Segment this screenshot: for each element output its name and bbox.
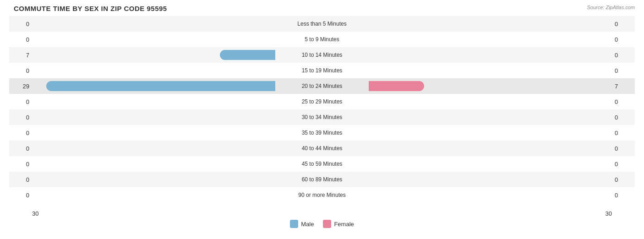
left-value: 0 (9, 130, 32, 136)
bar-left-wrapper (32, 143, 276, 153)
legend-female-label: Female (334, 221, 354, 228)
left-value: 0 (9, 161, 32, 168)
bar-left-wrapper (32, 174, 276, 185)
row-label: Less than 5 Minutes (276, 21, 368, 27)
bar-right-wrapper (368, 190, 612, 200)
legend: Male Female (9, 220, 635, 228)
bar-left-wrapper (32, 97, 276, 107)
right-value: 0 (612, 21, 635, 27)
left-value: 0 (9, 176, 32, 183)
bars-section: 20 to 24 Minutes (32, 78, 612, 94)
bar-left-wrapper (32, 19, 276, 29)
right-value: 0 (612, 176, 635, 183)
bars-section: 25 to 29 Minutes (32, 94, 612, 109)
bar-right-wrapper (368, 159, 612, 169)
chart-row: 0 40 to 44 Minutes 0 (9, 141, 635, 156)
row-label: 20 to 24 Minutes (276, 83, 368, 89)
axis-row: 30 30 (9, 210, 635, 217)
chart-row: 7 10 to 14 Minutes 0 (9, 47, 635, 63)
left-value: 0 (9, 36, 32, 43)
bar-female (369, 81, 424, 91)
right-value: 0 (612, 52, 635, 59)
chart-row: 0 30 to 34 Minutes 0 (9, 109, 635, 125)
bar-right-wrapper (368, 19, 612, 29)
left-value: 0 (9, 67, 32, 74)
bars-section: 45 to 59 Minutes (32, 156, 612, 172)
bar-right-wrapper (368, 112, 612, 122)
bars-section: 15 to 19 Minutes (32, 63, 612, 78)
row-label: 25 to 29 Minutes (276, 98, 368, 105)
bars-section: 40 to 44 Minutes (32, 141, 612, 156)
right-value: 0 (612, 98, 635, 105)
bar-left-wrapper (32, 81, 276, 91)
left-value: 0 (9, 21, 32, 27)
row-label: 35 to 39 Minutes (276, 130, 368, 136)
bar-left-wrapper (32, 190, 276, 200)
legend-male-label: Male (301, 221, 314, 228)
left-value: 0 (9, 192, 32, 199)
bars-section: 90 or more Minutes (32, 187, 612, 203)
right-value: 0 (612, 161, 635, 168)
left-value: 0 (9, 145, 32, 152)
chart-row: 29 20 to 24 Minutes 7 (9, 78, 635, 94)
chart-row: 0 25 to 29 Minutes 0 (9, 94, 635, 109)
left-value: 29 (9, 83, 32, 90)
bar-right-wrapper (368, 81, 612, 91)
chart-row: 0 90 or more Minutes 0 (9, 187, 635, 203)
right-value: 0 (612, 114, 635, 121)
chart-row: 0 5 to 9 Minutes 0 (9, 32, 635, 47)
chart-row: 0 45 to 59 Minutes 0 (9, 156, 635, 172)
bar-right-wrapper (368, 97, 612, 107)
row-label: 10 to 14 Minutes (276, 52, 368, 58)
legend-male: Male (290, 220, 314, 228)
row-label: 90 or more Minutes (276, 192, 368, 198)
row-label: 5 to 9 Minutes (276, 36, 368, 43)
bars-section: 35 to 39 Minutes (32, 125, 612, 141)
right-value: 0 (612, 192, 635, 199)
row-label: 40 to 44 Minutes (276, 145, 368, 152)
left-value: 0 (9, 98, 32, 105)
bars-section: 30 to 34 Minutes (32, 109, 612, 125)
row-label: 45 to 59 Minutes (276, 161, 368, 167)
chart-row: 0 15 to 19 Minutes 0 (9, 63, 635, 78)
source-label: Source: ZipAtlas.com (587, 5, 635, 10)
row-label: 60 to 89 Minutes (276, 176, 368, 183)
legend-male-box (290, 220, 298, 228)
bar-right-wrapper (368, 50, 612, 60)
bar-left-wrapper (32, 65, 276, 76)
axis-right-label: 30 (368, 210, 612, 217)
right-value: 7 (612, 83, 635, 90)
right-value: 0 (612, 145, 635, 152)
bars-section: 10 to 14 Minutes (32, 47, 612, 63)
bar-male (46, 81, 275, 91)
left-value: 7 (9, 52, 32, 59)
bars-section: 60 to 89 Minutes (32, 172, 612, 187)
legend-female: Female (323, 220, 354, 228)
row-label: 15 to 19 Minutes (276, 67, 368, 74)
bar-right-wrapper (368, 174, 612, 185)
bar-left-wrapper (32, 159, 276, 169)
bar-right-wrapper (368, 34, 612, 44)
chart-row: 0 60 to 89 Minutes 0 (9, 172, 635, 187)
right-value: 0 (612, 130, 635, 136)
bar-left-wrapper (32, 128, 276, 138)
bars-section: Less than 5 Minutes (32, 16, 612, 32)
chart-row: 0 35 to 39 Minutes 0 (9, 125, 635, 141)
bar-male (220, 50, 275, 60)
bar-right-wrapper (368, 143, 612, 153)
row-label: 30 to 34 Minutes (276, 114, 368, 120)
bar-left-wrapper (32, 50, 276, 60)
chart-area: 0 Less than 5 Minutes 0 0 5 to 9 Minutes… (9, 16, 635, 208)
bar-right-wrapper (368, 65, 612, 76)
bars-section: 5 to 9 Minutes (32, 32, 612, 47)
chart-container: COMMUTE TIME BY SEX IN ZIP CODE 95595 So… (0, 0, 644, 239)
bar-left-wrapper (32, 112, 276, 122)
chart-title: COMMUTE TIME BY SEX IN ZIP CODE 95595 (9, 5, 635, 12)
right-value: 0 (612, 36, 635, 43)
right-value: 0 (612, 67, 635, 74)
legend-female-box (323, 220, 331, 228)
bar-right-wrapper (368, 128, 612, 138)
bar-left-wrapper (32, 34, 276, 44)
chart-row: 0 Less than 5 Minutes 0 (9, 16, 635, 32)
axis-left-label: 30 (32, 210, 276, 217)
